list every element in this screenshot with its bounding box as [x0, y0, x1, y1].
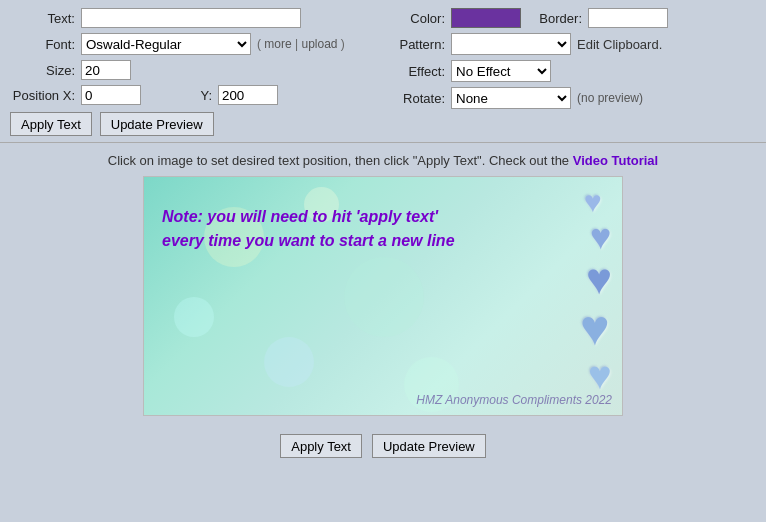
size-label: Size:: [10, 63, 75, 78]
border-input[interactable]: [588, 8, 668, 28]
pos-x-input[interactable]: [81, 85, 141, 105]
font-label: Font:: [10, 37, 75, 52]
heart-1: ♥: [584, 187, 612, 217]
card-image[interactable]: Note: you will need to hit 'apply text' …: [143, 176, 623, 416]
card-text: Note: you will need to hit 'apply text' …: [162, 205, 455, 253]
instruction-text: Click on image to set desired text posit…: [108, 153, 569, 168]
color-label: Color:: [390, 11, 445, 26]
heart-3: ♥: [586, 257, 612, 301]
upload-link[interactable]: upload: [301, 37, 337, 51]
position-label: Position X:: [10, 88, 75, 103]
text-row: Text:: [10, 8, 370, 28]
heart-2: ♥: [590, 219, 612, 255]
video-tutorial-link[interactable]: Video Tutorial: [573, 153, 658, 168]
card-text-line1: Note: you will need to hit 'apply text': [162, 205, 455, 229]
effect-row: Effect: No Effect: [390, 60, 668, 82]
instruction-bar: Click on image to set desired text posit…: [0, 149, 766, 176]
card-text-line2: every time you want to start a new line: [162, 229, 455, 253]
hearts-container: ♥ ♥ ♥ ♥ ♥: [584, 187, 612, 395]
update-preview-button-top[interactable]: Update Preview: [100, 112, 214, 136]
card-watermark: HMZ Anonymous Compliments 2022: [416, 393, 612, 407]
y-label: Y:: [147, 88, 212, 103]
rotate-row: Rotate: None (no preview): [390, 87, 668, 109]
left-panel: Text: Font: Oswald-Regular ( more | uplo…: [10, 8, 370, 136]
border-label: Border:: [527, 11, 582, 26]
pattern-select[interactable]: [451, 33, 571, 55]
effect-select[interactable]: No Effect: [451, 60, 551, 82]
pos-y-input[interactable]: [218, 85, 278, 105]
size-input[interactable]: [81, 60, 131, 80]
bokeh-2: [174, 297, 214, 337]
heart-5: ♥: [588, 355, 612, 395]
font-row: Font: Oswald-Regular ( more | upload ): [10, 33, 370, 55]
divider: [0, 142, 766, 143]
size-row: Size:: [10, 60, 370, 80]
effect-label: Effect:: [390, 64, 445, 79]
edit-clipboard-link[interactable]: Edit Clipboard.: [577, 37, 662, 52]
text-input[interactable]: [81, 8, 301, 28]
update-preview-button-bottom[interactable]: Update Preview: [372, 434, 486, 458]
font-select[interactable]: Oswald-Regular: [81, 33, 251, 55]
button-row-top: Apply Text Update Preview: [10, 110, 370, 136]
color-swatch[interactable]: [451, 8, 521, 28]
text-label: Text:: [10, 11, 75, 26]
heart-4: ♥: [580, 303, 612, 353]
pattern-label: Pattern:: [390, 37, 445, 52]
apply-text-button-bottom[interactable]: Apply Text: [280, 434, 362, 458]
no-preview-text: (no preview): [577, 91, 643, 105]
bottom-section: Apply Text Update Preview: [0, 416, 766, 468]
apply-text-button-top[interactable]: Apply Text: [10, 112, 92, 136]
top-controls: Text: Font: Oswald-Regular ( more | uplo…: [0, 0, 766, 142]
bottom-buttons: Apply Text Update Preview: [0, 420, 766, 468]
rotate-select[interactable]: None: [451, 87, 571, 109]
color-row: Color: Border:: [390, 8, 668, 28]
pattern-row: Pattern: Edit Clipboard.: [390, 33, 668, 55]
more-link[interactable]: more: [264, 37, 291, 51]
edit-clipboard-text: Edit Clipboard.: [577, 37, 662, 52]
font-links: ( more | upload ): [257, 37, 345, 51]
rotate-label: Rotate:: [390, 91, 445, 106]
bokeh-3: [344, 257, 424, 337]
position-row: Position X: Y:: [10, 85, 370, 105]
bokeh-4: [264, 337, 314, 387]
right-panel: Color: Border: Pattern: Edit Clipboard. …: [390, 8, 668, 136]
image-container[interactable]: Note: you will need to hit 'apply text' …: [0, 176, 766, 416]
